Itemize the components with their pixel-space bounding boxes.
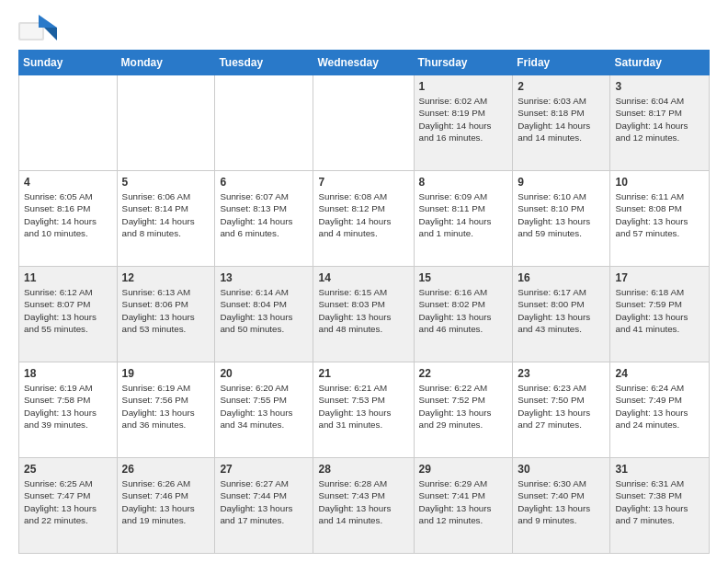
calendar-cell: 6Sunrise: 6:07 AM Sunset: 8:13 PM Daylig…: [215, 171, 313, 267]
day-info: Sunrise: 6:28 AM Sunset: 7:43 PM Dayligh…: [318, 477, 408, 526]
calendar-cell: [313, 75, 414, 171]
day-number: 5: [122, 175, 210, 190]
day-number: 4: [24, 175, 112, 190]
day-number: 27: [220, 462, 308, 477]
day-number: 21: [318, 366, 408, 381]
day-number: 11: [24, 270, 112, 285]
calendar-cell: 22Sunrise: 6:22 AM Sunset: 7:52 PM Dayli…: [414, 362, 513, 458]
day-info: Sunrise: 6:13 AM Sunset: 8:06 PM Dayligh…: [122, 286, 210, 335]
svg-marker-3: [44, 28, 57, 40]
day-info: Sunrise: 6:18 AM Sunset: 7:59 PM Dayligh…: [615, 286, 704, 335]
calendar-header-row: Sunday Monday Tuesday Wednesday Thursday…: [19, 51, 710, 75]
day-info: Sunrise: 6:20 AM Sunset: 7:55 PM Dayligh…: [220, 382, 308, 431]
day-number: 30: [518, 462, 605, 477]
calendar-cell: 15Sunrise: 6:16 AM Sunset: 8:02 PM Dayli…: [414, 267, 513, 362]
day-info: Sunrise: 6:23 AM Sunset: 7:50 PM Dayligh…: [518, 382, 605, 431]
header: [18, 15, 710, 40]
calendar-cell: 9Sunrise: 6:10 AM Sunset: 8:10 PM Daylig…: [513, 171, 610, 267]
calendar-cell: 27Sunrise: 6:27 AM Sunset: 7:44 PM Dayli…: [215, 458, 313, 554]
calendar-table: Sunday Monday Tuesday Wednesday Thursday…: [18, 50, 710, 554]
day-number: 12: [122, 270, 210, 285]
calendar-week-row: 11Sunrise: 6:12 AM Sunset: 8:07 PM Dayli…: [19, 267, 710, 362]
day-info: Sunrise: 6:24 AM Sunset: 7:49 PM Dayligh…: [615, 382, 704, 431]
day-number: 19: [122, 366, 210, 381]
day-number: 29: [419, 462, 508, 477]
calendar-cell: 4Sunrise: 6:05 AM Sunset: 8:16 PM Daylig…: [19, 171, 118, 267]
calendar-cell: [117, 75, 215, 171]
calendar-cell: 5Sunrise: 6:06 AM Sunset: 8:14 PM Daylig…: [117, 171, 215, 267]
day-number: 23: [518, 366, 605, 381]
day-number: 3: [615, 79, 704, 94]
calendar-cell: 28Sunrise: 6:28 AM Sunset: 7:43 PM Dayli…: [313, 458, 414, 554]
day-info: Sunrise: 6:09 AM Sunset: 8:11 PM Dayligh…: [419, 190, 508, 239]
calendar-cell: [215, 75, 313, 171]
col-monday: Monday: [117, 51, 215, 75]
col-saturday: Saturday: [610, 51, 710, 75]
day-info: Sunrise: 6:08 AM Sunset: 8:12 PM Dayligh…: [318, 190, 408, 239]
calendar-cell: 7Sunrise: 6:08 AM Sunset: 8:12 PM Daylig…: [313, 171, 414, 267]
day-info: Sunrise: 6:29 AM Sunset: 7:41 PM Dayligh…: [419, 477, 508, 526]
calendar-cell: 20Sunrise: 6:20 AM Sunset: 7:55 PM Dayli…: [215, 362, 313, 458]
day-info: Sunrise: 6:21 AM Sunset: 7:53 PM Dayligh…: [318, 382, 408, 431]
day-info: Sunrise: 6:04 AM Sunset: 8:17 PM Dayligh…: [615, 95, 704, 144]
calendar-week-row: 1Sunrise: 6:02 AM Sunset: 8:19 PM Daylig…: [19, 75, 710, 171]
day-number: 9: [518, 175, 605, 190]
calendar-cell: 10Sunrise: 6:11 AM Sunset: 8:08 PM Dayli…: [610, 171, 710, 267]
day-number: 15: [419, 270, 508, 285]
calendar-cell: 21Sunrise: 6:21 AM Sunset: 7:53 PM Dayli…: [313, 362, 414, 458]
calendar-cell: 30Sunrise: 6:30 AM Sunset: 7:40 PM Dayli…: [513, 458, 610, 554]
calendar-cell: 29Sunrise: 6:29 AM Sunset: 7:41 PM Dayli…: [414, 458, 513, 554]
day-info: Sunrise: 6:11 AM Sunset: 8:08 PM Dayligh…: [615, 190, 704, 239]
day-info: Sunrise: 6:10 AM Sunset: 8:10 PM Dayligh…: [518, 190, 605, 239]
calendar-cell: 24Sunrise: 6:24 AM Sunset: 7:49 PM Dayli…: [610, 362, 710, 458]
day-number: 6: [220, 175, 308, 190]
day-number: 22: [419, 366, 508, 381]
day-number: 17: [615, 270, 704, 285]
calendar-cell: 19Sunrise: 6:19 AM Sunset: 7:56 PM Dayli…: [117, 362, 215, 458]
calendar-cell: [19, 75, 118, 171]
calendar-cell: 16Sunrise: 6:17 AM Sunset: 8:00 PM Dayli…: [513, 267, 610, 362]
calendar-cell: 12Sunrise: 6:13 AM Sunset: 8:06 PM Dayli…: [117, 267, 215, 362]
col-sunday: Sunday: [19, 51, 118, 75]
day-info: Sunrise: 6:19 AM Sunset: 7:56 PM Dayligh…: [122, 382, 210, 431]
day-number: 28: [318, 462, 408, 477]
day-number: 18: [24, 366, 112, 381]
day-number: 24: [615, 366, 704, 381]
calendar-cell: 8Sunrise: 6:09 AM Sunset: 8:11 PM Daylig…: [414, 171, 513, 267]
calendar-week-row: 25Sunrise: 6:25 AM Sunset: 7:47 PM Dayli…: [19, 458, 710, 554]
day-info: Sunrise: 6:19 AM Sunset: 7:58 PM Dayligh…: [24, 382, 112, 431]
calendar-cell: 13Sunrise: 6:14 AM Sunset: 8:04 PM Dayli…: [215, 267, 313, 362]
day-info: Sunrise: 6:31 AM Sunset: 7:38 PM Dayligh…: [615, 477, 704, 526]
day-number: 31: [615, 462, 704, 477]
day-info: Sunrise: 6:03 AM Sunset: 8:18 PM Dayligh…: [518, 95, 605, 144]
day-info: Sunrise: 6:05 AM Sunset: 8:16 PM Dayligh…: [24, 190, 112, 239]
calendar-cell: 17Sunrise: 6:18 AM Sunset: 7:59 PM Dayli…: [610, 267, 710, 362]
svg-marker-2: [39, 15, 57, 28]
calendar-cell: 23Sunrise: 6:23 AM Sunset: 7:50 PM Dayli…: [513, 362, 610, 458]
calendar-cell: 25Sunrise: 6:25 AM Sunset: 7:47 PM Dayli…: [19, 458, 118, 554]
day-info: Sunrise: 6:22 AM Sunset: 7:52 PM Dayligh…: [419, 382, 508, 431]
day-number: 8: [419, 175, 508, 190]
logo: [18, 15, 59, 40]
day-number: 13: [220, 270, 308, 285]
day-number: 1: [419, 79, 508, 94]
day-number: 25: [24, 462, 112, 477]
day-info: Sunrise: 6:16 AM Sunset: 8:02 PM Dayligh…: [419, 286, 508, 335]
col-tuesday: Tuesday: [215, 51, 313, 75]
page: Sunday Monday Tuesday Wednesday Thursday…: [0, 0, 728, 563]
day-number: 7: [318, 175, 408, 190]
day-number: 14: [318, 270, 408, 285]
day-info: Sunrise: 6:17 AM Sunset: 8:00 PM Dayligh…: [518, 286, 605, 335]
day-info: Sunrise: 6:25 AM Sunset: 7:47 PM Dayligh…: [24, 477, 112, 526]
day-info: Sunrise: 6:02 AM Sunset: 8:19 PM Dayligh…: [419, 95, 508, 144]
day-info: Sunrise: 6:26 AM Sunset: 7:46 PM Dayligh…: [122, 477, 210, 526]
day-info: Sunrise: 6:12 AM Sunset: 8:07 PM Dayligh…: [24, 286, 112, 335]
calendar-cell: 31Sunrise: 6:31 AM Sunset: 7:38 PM Dayli…: [610, 458, 710, 554]
calendar-cell: 18Sunrise: 6:19 AM Sunset: 7:58 PM Dayli…: [19, 362, 118, 458]
day-number: 26: [122, 462, 210, 477]
day-info: Sunrise: 6:27 AM Sunset: 7:44 PM Dayligh…: [220, 477, 308, 526]
day-info: Sunrise: 6:14 AM Sunset: 8:04 PM Dayligh…: [220, 286, 308, 335]
day-number: 20: [220, 366, 308, 381]
col-thursday: Thursday: [414, 51, 513, 75]
day-info: Sunrise: 6:15 AM Sunset: 8:03 PM Dayligh…: [318, 286, 408, 335]
